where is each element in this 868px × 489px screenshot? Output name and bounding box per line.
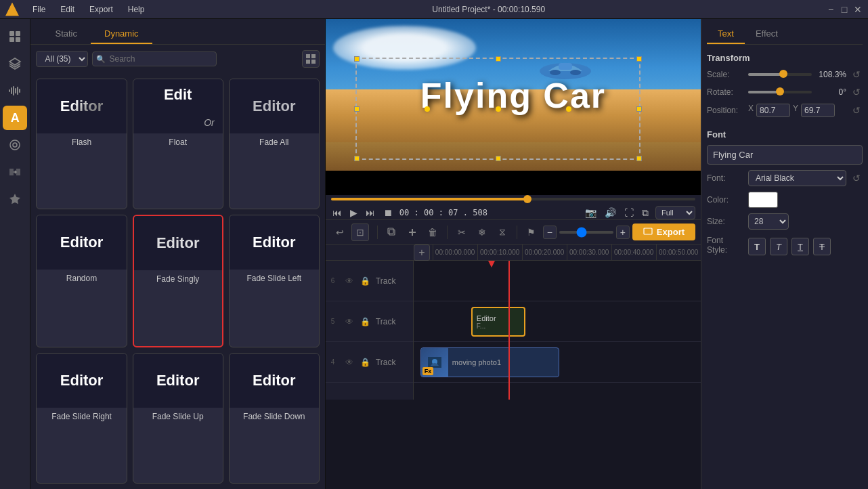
undo-button[interactable]: ↩ — [331, 224, 349, 241]
menu-export[interactable]: Export — [83, 3, 120, 16]
handle-tr[interactable] — [636, 56, 642, 62]
effect-fade-slide-left[interactable]: Editor Fade Slide Left — [229, 215, 320, 347]
rotate-reset[interactable]: ↺ — [850, 86, 863, 98]
bold-button[interactable]: T — [748, 238, 766, 255]
color-swatch[interactable] — [748, 192, 778, 208]
clip-copy-button[interactable] — [383, 224, 401, 241]
y-input[interactable] — [801, 104, 835, 117]
track-4-lock[interactable]: 🔒 — [360, 356, 372, 368]
menu-file[interactable]: File — [26, 3, 52, 16]
track-5-lock[interactable]: 🔒 — [360, 316, 372, 328]
ruler-mark-3: 00:00:30.000 — [567, 244, 611, 261]
handle-bl[interactable] — [354, 156, 360, 161]
zoom-out-button[interactable]: − — [543, 226, 557, 239]
effect-random[interactable]: Editor Random — [36, 215, 127, 347]
marker-button[interactable]: ⚑ — [523, 224, 540, 241]
screenshot-button[interactable]: 📷 — [584, 206, 598, 219]
track-num-6: 6 — [331, 277, 339, 284]
handle-dot-1[interactable] — [425, 106, 430, 112]
minimize-button[interactable]: − — [826, 5, 836, 14]
add-track-button[interactable]: + — [414, 244, 430, 261]
scale-slider-track[interactable] — [748, 73, 812, 76]
rotate-slider-track[interactable] — [748, 91, 812, 93]
cut-button[interactable]: ✂ — [453, 224, 471, 241]
zoom-in-button[interactable]: + — [616, 226, 630, 239]
handle-dot-2[interactable] — [496, 106, 501, 112]
text-clip-5[interactable]: Editor F... — [471, 307, 525, 337]
handle-br[interactable] — [636, 156, 642, 161]
font-reset[interactable]: ↺ — [850, 172, 863, 184]
split-button[interactable]: ⧖ — [494, 224, 511, 241]
video-canvas: Flying Car — [326, 19, 701, 195]
export-button[interactable]: Export — [632, 224, 695, 240]
sidebar-icon-transitions[interactable] — [3, 160, 27, 184]
menu-edit[interactable]: Edit — [53, 3, 81, 16]
rotate-slider-handle[interactable] — [776, 87, 784, 95]
progress-bar[interactable] — [331, 198, 695, 200]
effect-fade-slide-up[interactable]: Editor Fade Slide Up — [133, 353, 223, 484]
track-6-lock[interactable]: 🔒 — [360, 275, 372, 287]
grid-toggle[interactable] — [302, 50, 320, 68]
tab-dynamic[interactable]: Dynamic — [91, 24, 152, 44]
zoom-select[interactable]: Full 25% 50% 75% 150% — [655, 206, 695, 219]
effect-fade-slide-right[interactable]: Editor Fade Slide Right — [36, 353, 127, 484]
sidebar-icon-layers[interactable] — [3, 51, 27, 76]
track-5-visibility[interactable]: 👁 — [343, 316, 355, 328]
delete-button[interactable]: 🗑 — [424, 224, 441, 241]
handle-dot-3[interactable] — [566, 106, 571, 112]
sidebar-icon-effects[interactable] — [3, 133, 27, 157]
add-clip-button[interactable] — [404, 224, 421, 241]
handle-tm[interactable] — [496, 56, 501, 62]
progress-handle[interactable] — [523, 195, 531, 203]
effect-fade-singly[interactable]: Editor Fade Singly — [133, 215, 223, 347]
track-6-visibility[interactable]: 👁 — [343, 275, 355, 287]
handle-mr[interactable] — [636, 106, 642, 112]
sidebar-icon-text[interactable]: A — [3, 106, 27, 130]
x-input[interactable] — [756, 104, 790, 117]
sidebar-icon-media[interactable] — [3, 24, 27, 49]
fullscreen-button[interactable]: ⛶ — [623, 206, 635, 219]
scale-slider-handle[interactable] — [779, 70, 787, 78]
italic-button[interactable]: T — [770, 238, 787, 255]
tab-static[interactable]: Static — [41, 24, 91, 44]
progress-fill — [331, 198, 528, 200]
handle-bm[interactable] — [496, 156, 501, 161]
play-button[interactable]: ▶ — [349, 206, 359, 219]
handle-ml[interactable] — [354, 106, 360, 112]
freeze-button[interactable]: ❄ — [473, 224, 491, 241]
volume-button[interactable]: 🔊 — [603, 206, 617, 219]
sidebar-icon-audio[interactable] — [3, 79, 27, 103]
effect-fade-all[interactable]: Editor Fade All — [229, 79, 320, 209]
filter-select[interactable]: All (35) — [36, 51, 88, 67]
step-forward-button[interactable]: ⏭ — [364, 206, 376, 219]
size-select[interactable]: 28 — [748, 213, 789, 230]
effect-float[interactable]: Edit Or Float — [133, 79, 223, 209]
sidebar-icon-stickers[interactable] — [3, 187, 27, 211]
history-button[interactable]: ⊡ — [351, 224, 369, 241]
underline-button[interactable]: T — [791, 238, 809, 255]
search-input[interactable] — [92, 51, 217, 66]
scale-reset[interactable]: ↺ — [850, 68, 863, 81]
playhead[interactable] — [508, 261, 510, 400]
video-preview: Flying Car — [326, 19, 701, 195]
effect-float-text: Edit — [164, 86, 192, 104]
video-clip-4[interactable]: moving photo1 Fx — [420, 347, 559, 377]
zoom-slider[interactable] — [559, 231, 613, 234]
close-button[interactable]: ✕ — [853, 5, 863, 14]
strikethrough-button[interactable]: T — [813, 238, 831, 255]
right-tab-text[interactable]: Text — [707, 24, 745, 44]
font-select[interactable]: Arial Black — [748, 170, 846, 186]
effect-fade-slide-down[interactable]: Editor Fade Slide Down — [229, 353, 320, 484]
step-back-button[interactable]: ⏮ — [331, 206, 343, 219]
stop-button[interactable]: ⏹ — [382, 206, 394, 219]
position-reset[interactable]: ↺ — [850, 104, 863, 116]
maximize-button[interactable]: □ — [840, 5, 849, 14]
selection-box[interactable] — [355, 58, 641, 160]
track-4-visibility[interactable]: 👁 — [343, 356, 355, 368]
right-tab-effect[interactable]: Effect — [745, 24, 789, 44]
effect-flash[interactable]: Editor Flash — [36, 79, 127, 209]
menu-help[interactable]: Help — [121, 3, 152, 16]
handle-tl[interactable] — [354, 56, 360, 62]
svg-point-11 — [13, 143, 17, 147]
pip-button[interactable]: ⧉ — [641, 206, 650, 220]
